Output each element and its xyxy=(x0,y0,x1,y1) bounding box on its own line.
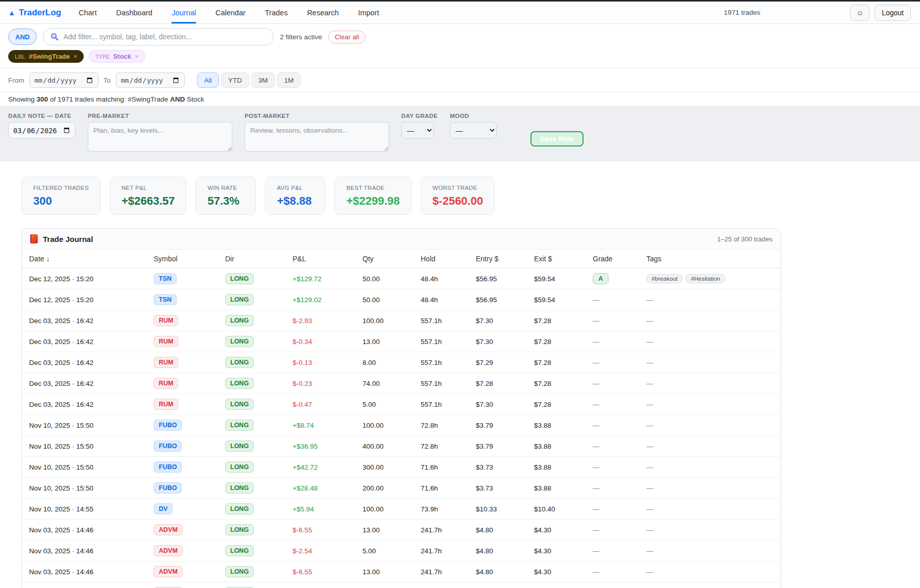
symbol-badge[interactable]: RUM xyxy=(154,336,178,347)
symbol-badge[interactable]: RUM xyxy=(154,357,178,368)
table-row[interactable]: Nov 10, 2025 · 15:50FUBOLONG+$42.72300.0… xyxy=(22,457,781,478)
table-row[interactable]: Nov 10, 2025 · 15:50FUBOLONG+$36.95400.0… xyxy=(22,436,781,457)
symbol-badge[interactable]: ADVM xyxy=(154,545,183,556)
symbol-badge[interactable]: RUM xyxy=(154,399,178,410)
tag-pill[interactable]: #breakout xyxy=(646,274,683,283)
chip-remove-icon[interactable]: × xyxy=(135,53,139,60)
pnl-cell: +$129.72 xyxy=(293,268,362,289)
hold-cell: 71.6h xyxy=(421,457,476,478)
symbol-badge[interactable]: DV xyxy=(154,503,173,514)
column-header-qty[interactable]: Qty xyxy=(362,250,421,268)
mood-select[interactable]: — xyxy=(450,122,497,139)
grade-cell: — xyxy=(593,561,646,582)
table-row[interactable]: Dec 03, 2025 · 16:42RUMLONG$-0.138.00557… xyxy=(22,352,781,373)
column-header-tags[interactable]: Tags xyxy=(646,250,781,268)
table-row[interactable]: Dec 12, 2025 · 15:20TSNLONG+$129.7250.00… xyxy=(22,268,781,289)
hold-cell: 241.7h xyxy=(421,582,476,588)
symbol-badge[interactable]: RUM xyxy=(154,378,178,389)
column-header-hold[interactable]: Hold xyxy=(421,250,476,268)
table-row[interactable]: Nov 10, 2025 · 14:55DVLONG+$5.94100.0073… xyxy=(22,499,781,520)
tags-cell: — xyxy=(646,436,781,457)
table-row[interactable]: Dec 03, 2025 · 16:42RUMLONG$-0.2374.0055… xyxy=(22,373,781,394)
to-date-input[interactable] xyxy=(116,72,185,88)
table-row[interactable]: Dec 12, 2025 · 15:20TSNLONG+$129.0250.00… xyxy=(22,289,781,310)
trade-date: Dec 12, 2025 · 15:20 xyxy=(22,268,154,289)
column-header-exit[interactable]: Exit $ xyxy=(534,250,593,268)
table-row[interactable]: Nov 10, 2025 · 15:50FUBOLONG+$28.48200.0… xyxy=(22,478,781,499)
nav-item-calendar[interactable]: Calendar xyxy=(215,2,246,23)
symbol-badge[interactable]: FUBO xyxy=(154,440,182,452)
tags-cell: — xyxy=(646,394,781,415)
day-grade-select[interactable]: — xyxy=(401,122,434,139)
dir-cell: LONG xyxy=(225,541,293,561)
filter-search-box[interactable] xyxy=(43,28,274,45)
symbol-badge[interactable]: ADVM xyxy=(154,566,183,577)
stat-card-worst-trade: WORST TRADE$-2560.00 xyxy=(421,177,495,215)
dir-cell: LONG xyxy=(225,457,293,478)
nav-item-journal[interactable]: Journal xyxy=(172,2,196,23)
stat-value: 57.3% xyxy=(207,194,244,208)
chip-remove-icon[interactable]: × xyxy=(74,53,78,60)
logout-button[interactable]: Logout xyxy=(875,5,911,21)
pnl-value: +$36.95 xyxy=(293,443,318,450)
entry-cell: $7.29 xyxy=(476,352,534,373)
search-input[interactable] xyxy=(63,33,266,41)
range-button-all[interactable]: All xyxy=(197,72,219,88)
column-header-symbol[interactable]: Symbol xyxy=(154,250,225,268)
column-header-dir[interactable]: Dir xyxy=(225,250,293,268)
stat-card-best-trade: BEST TRADE+$2299.98 xyxy=(334,177,411,215)
clear-all-button[interactable]: Clear all xyxy=(328,31,366,43)
range-button-1m[interactable]: 1M xyxy=(277,72,301,88)
column-header-entry[interactable]: Entry $ xyxy=(476,250,534,268)
stat-card-avg-p-l: AVG P&L+$8.88 xyxy=(265,177,325,215)
showing-prefix: Showing xyxy=(8,95,35,103)
exit-cell: $3.88 xyxy=(534,415,593,436)
column-header-grade[interactable]: Grade xyxy=(593,250,646,268)
symbol-badge[interactable]: ADVM xyxy=(154,524,183,535)
direction-badge: LONG xyxy=(225,315,254,326)
nav-item-dashboard[interactable]: Dashboard xyxy=(116,2,152,23)
nav-item-trades[interactable]: Trades xyxy=(265,2,288,23)
range-button-ytd[interactable]: YTD xyxy=(221,72,249,88)
symbol-cell: RUM xyxy=(154,310,225,331)
symbol-badge[interactable]: FUBO xyxy=(154,420,182,431)
column-header-p&l[interactable]: P&L xyxy=(293,250,362,268)
from-date-input[interactable] xyxy=(30,72,99,88)
premarket-textarea[interactable] xyxy=(88,122,232,152)
dir-cell: LONG xyxy=(225,394,293,415)
symbol-badge[interactable]: FUBO xyxy=(154,482,182,494)
grade-cell: — xyxy=(593,457,646,478)
symbol-badge[interactable]: RUM xyxy=(154,315,178,326)
nav-item-chart[interactable]: Chart xyxy=(79,2,96,23)
app-logo[interactable]: ▲ TraderLog xyxy=(8,2,61,23)
pnl-cell: +$28.48 xyxy=(293,478,362,499)
tag-pill[interactable]: #Hesitation xyxy=(686,274,725,283)
table-row[interactable]: Dec 03, 2025 · 16:42RUMLONG$-2.93100.005… xyxy=(22,310,781,331)
nav-item-import[interactable]: Import xyxy=(358,2,379,23)
table-row[interactable]: Nov 03, 2025 · 14:46ADVMLONG$-6.5513.002… xyxy=(22,561,781,582)
hold-cell: 557.1h xyxy=(421,331,476,352)
direction-badge: LONG xyxy=(225,273,254,284)
entry-cell: $3.79 xyxy=(476,436,534,457)
symbol-badge[interactable]: TSN xyxy=(154,294,177,305)
tags-cell: — xyxy=(646,352,781,373)
column-header-date[interactable]: Date ↓ xyxy=(22,250,154,268)
symbol-badge[interactable]: TSN xyxy=(154,273,177,284)
table-row[interactable]: Dec 03, 2025 · 16:42RUMLONG$-0.3413.0055… xyxy=(22,331,781,352)
pnl-value: +$5.94 xyxy=(293,505,314,513)
symbol-badge[interactable]: FUBO xyxy=(154,461,182,473)
table-row[interactable]: Nov 03, 2025 · 14:46ADVMLONG$-6.5513.002… xyxy=(22,520,781,541)
postmarket-textarea[interactable] xyxy=(245,122,389,152)
table-row[interactable]: Nov 03, 2025 · 14:46ADVMLONG$-46.4692.00… xyxy=(22,582,781,588)
table-row[interactable]: Dec 03, 2025 · 16:42RUMLONG$-0.475.00557… xyxy=(22,394,781,415)
theme-toggle-button[interactable]: ☼ xyxy=(850,5,869,21)
table-row[interactable]: Nov 10, 2025 · 15:50FUBOLONG+$8.74100.00… xyxy=(22,415,781,436)
to-label: To xyxy=(104,77,111,84)
save-note-button[interactable]: Save Note xyxy=(530,131,584,146)
note-date-input[interactable] xyxy=(8,122,76,139)
filter-logic-toggle[interactable]: AND xyxy=(8,29,37,45)
range-button-3m[interactable]: 3M xyxy=(251,72,275,88)
table-row[interactable]: Nov 03, 2025 · 14:46ADVMLONG$-2.545.0024… xyxy=(22,541,781,561)
tags-cell: — xyxy=(646,457,781,478)
nav-item-research[interactable]: Research xyxy=(307,2,338,23)
